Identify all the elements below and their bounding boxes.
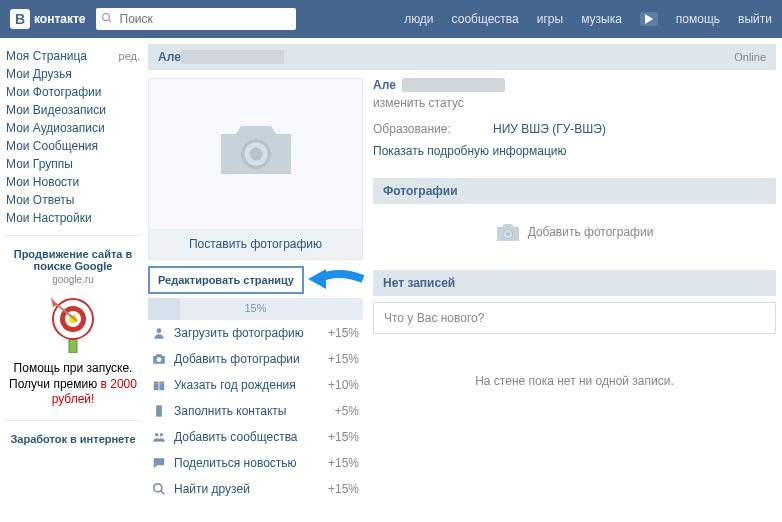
education-row: Образование: НИУ ВШЭ (ГУ-ВШЭ): [373, 122, 776, 136]
nav-people[interactable]: люди: [404, 12, 433, 26]
task-label: Указать год рождения: [174, 378, 296, 392]
task-label: Заполнить контакты: [174, 404, 286, 418]
task-row[interactable]: Заполнить контакты+5%: [148, 398, 363, 424]
empty-wall-text: На стене пока нет ни одной записи.: [373, 334, 776, 428]
play-icon[interactable]: [640, 12, 658, 26]
task-row[interactable]: Найти друзей+15%: [148, 476, 363, 502]
gift-icon: [152, 378, 166, 392]
task-row[interactable]: Поделиться новостью+15%: [148, 450, 363, 476]
target-icon: [43, 293, 103, 353]
change-status-link[interactable]: изменить статус: [373, 96, 776, 110]
task-label: Найти друзей: [174, 482, 250, 496]
sidebar-friends[interactable]: Мои Друзья: [6, 65, 140, 83]
nav-games[interactable]: игры: [537, 12, 563, 26]
camera-icon: [152, 352, 166, 366]
svg-point-18: [154, 484, 162, 492]
profile-top-bar: Алеxxxxxx xxxxxxxxx Online: [148, 44, 776, 70]
arrow-annotation-icon: [308, 264, 368, 297]
completion-tasks: Загрузить фотографию+15%Добавить фотогра…: [148, 320, 363, 502]
brand-text: контакте: [34, 12, 86, 26]
svg-rect-14: [158, 382, 160, 391]
logo-icon: B: [10, 9, 30, 29]
promo-block-1[interactable]: Продвижение сайта в поиске Google google…: [6, 244, 140, 412]
nav-music[interactable]: музыка: [581, 12, 622, 26]
sidebar-answers[interactable]: Мои Ответы: [6, 191, 140, 209]
svg-point-10: [157, 328, 162, 333]
task-percent: +15%: [328, 482, 359, 496]
sidebar-settings[interactable]: Мои Настройки: [6, 209, 140, 227]
search-wrap: [96, 8, 296, 30]
group-icon: [152, 430, 166, 444]
phone-icon: [152, 404, 166, 418]
sidebar-news[interactable]: Мои Новости: [6, 173, 140, 191]
set-photo-link[interactable]: Поставить фотографию: [149, 229, 362, 259]
sidebar-audio[interactable]: Мои Аудиозаписи: [6, 119, 140, 137]
logo[interactable]: B контакте: [10, 9, 86, 29]
user-icon: [152, 326, 166, 340]
chat-icon: [152, 456, 166, 470]
photos-section-header: Фотографии: [373, 178, 776, 204]
promo2-title: Заработок в интернете: [6, 433, 140, 445]
camera-icon: [496, 222, 520, 242]
svg-point-11: [157, 357, 162, 362]
task-percent: +15%: [328, 352, 359, 366]
search-icon: [152, 482, 166, 496]
camera-placeholder-icon: [216, 119, 296, 199]
task-label: Загрузить фотографию: [174, 326, 304, 340]
sidebar-groups[interactable]: Мои Группы: [6, 155, 140, 173]
add-photos-button[interactable]: Добавить фотографии: [373, 204, 776, 260]
wall-input[interactable]: Что у Вас нового?: [373, 302, 776, 334]
edu-value[interactable]: НИУ ВШЭ (ГУ-ВШЭ): [493, 122, 606, 136]
task-row[interactable]: Загрузить фотографию+15%: [148, 320, 363, 346]
search-icon: [101, 12, 113, 27]
promo-title: Продвижение сайта в поиске Google: [6, 248, 140, 272]
svg-point-17: [160, 433, 164, 437]
sidebar-my-page[interactable]: Моя Страница: [6, 49, 87, 63]
header: B контакте люди сообщества игры музыка п…: [0, 0, 782, 38]
task-percent: +15%: [328, 430, 359, 444]
search-input[interactable]: [96, 8, 296, 30]
online-status: Online: [734, 51, 766, 63]
promo-block-2[interactable]: Заработок в интернете: [6, 429, 140, 449]
no-posts-header: Нет записей: [373, 270, 776, 296]
task-row[interactable]: Указать год рождения+10%: [148, 372, 363, 398]
sidebar-photos[interactable]: Мои Фотографии: [6, 83, 140, 101]
top-nav: люди сообщества игры музыка помощь выйти: [404, 12, 772, 26]
task-label: Добавить сообщества: [174, 430, 298, 444]
svg-line-1: [108, 20, 111, 23]
svg-point-16: [155, 433, 159, 437]
avatar-box: Поставить фотографию: [148, 78, 363, 260]
svg-line-19: [161, 491, 165, 495]
svg-point-0: [102, 14, 109, 21]
sidebar-messages[interactable]: Мои Сообщения: [6, 137, 140, 155]
sidebar-videos[interactable]: Мои Видеозаписи: [6, 101, 140, 119]
progress-label: 15%: [148, 302, 363, 314]
add-photos-label: Добавить фотографии: [528, 225, 654, 239]
sidebar-edit-link[interactable]: ред.: [119, 50, 140, 62]
nav-help[interactable]: помощь: [676, 12, 720, 26]
task-percent: +15%: [328, 456, 359, 470]
task-percent: +10%: [328, 378, 359, 392]
task-percent: +5%: [335, 404, 359, 418]
task-percent: +15%: [328, 326, 359, 340]
edit-page-button[interactable]: Редактировать страницу: [148, 266, 304, 294]
top-bar-name: Алеxxxxxx xxxxxxxxx: [158, 50, 284, 64]
nav-exit[interactable]: выйти: [738, 12, 772, 26]
profile-name: Алеxxxxxx xxxxxxxxx: [373, 78, 776, 92]
promo-text: Помощь при запуске. Получи премию в 2000…: [6, 361, 140, 408]
edu-label: Образование:: [373, 122, 493, 136]
task-label: Поделиться новостью: [174, 456, 297, 470]
task-row[interactable]: Добавить фотографии+15%: [148, 346, 363, 372]
task-label: Добавить фотографии: [174, 352, 300, 366]
task-row[interactable]: Добавить сообщества+15%: [148, 424, 363, 450]
profile-progress-bar: 15%: [148, 298, 363, 320]
left-sidebar: Моя Страница ред. Мои Друзья Мои Фотогра…: [6, 44, 140, 502]
promo-sub: google.ru: [6, 274, 140, 285]
show-more-link[interactable]: Показать подробную информацию: [373, 144, 567, 158]
svg-rect-15: [156, 405, 162, 417]
nav-communities[interactable]: сообщества: [452, 12, 519, 26]
